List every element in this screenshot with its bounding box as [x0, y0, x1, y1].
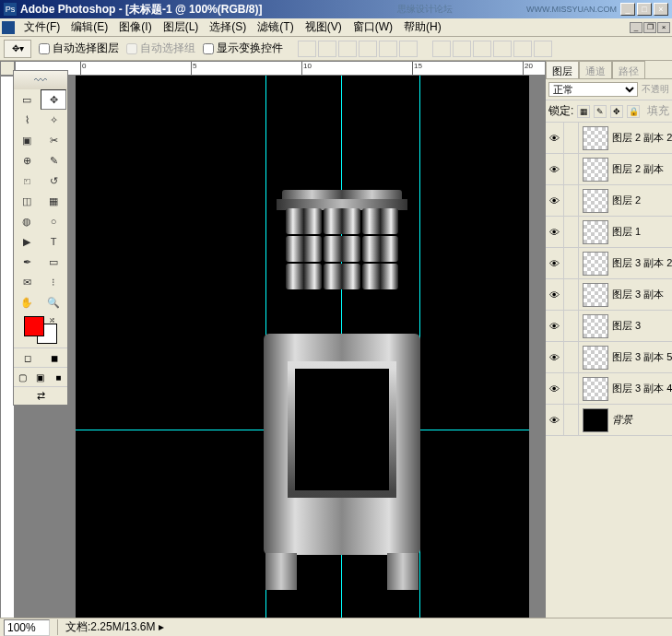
menu-select[interactable]: 选择(S) — [204, 18, 252, 37]
layer-row[interactable]: 👁图层 3 副本 4 — [546, 373, 672, 405]
layer-link-cell[interactable] — [564, 373, 579, 405]
eyedropper-tool[interactable]: ⁝ — [41, 272, 66, 292]
lock-transparency-icon[interactable]: ▦ — [577, 105, 590, 118]
menu-help[interactable]: 帮助(H) — [398, 18, 447, 37]
layer-thumbnail[interactable] — [583, 158, 608, 182]
visibility-eye-icon[interactable]: 👁 — [546, 342, 564, 373]
menu-edit[interactable]: 编辑(E) — [65, 18, 113, 37]
visibility-eye-icon[interactable]: 👁 — [546, 311, 564, 342]
dodge-tool[interactable]: ○ — [41, 211, 66, 231]
pen-tool[interactable]: ✒ — [14, 252, 40, 272]
wand-tool[interactable]: ✧ — [41, 110, 66, 130]
layer-link-cell[interactable] — [564, 185, 579, 217]
menu-filter[interactable]: 滤镜(T) — [252, 18, 299, 37]
path-select-tool[interactable]: ▶ — [14, 231, 40, 252]
tab-channels[interactable]: 通道 — [579, 61, 612, 78]
align-vcenter-button[interactable] — [318, 41, 336, 57]
visibility-eye-icon[interactable]: 👁 — [546, 279, 564, 311]
layer-name-label[interactable]: 图层 2 副本 — [612, 162, 672, 176]
layer-name-label[interactable]: 图层 2 — [612, 194, 672, 207]
layer-link-cell[interactable] — [564, 154, 579, 185]
layer-link-cell[interactable] — [564, 342, 579, 373]
lasso-tool[interactable]: ⌇ — [14, 110, 40, 130]
foreground-color[interactable] — [24, 316, 44, 336]
layer-name-label[interactable]: 图层 3 副本 5 — [612, 350, 672, 364]
menu-file[interactable]: 文件(F) — [18, 18, 65, 37]
layer-link-cell[interactable] — [564, 248, 579, 279]
marquee-tool[interactable]: ▭ — [14, 89, 40, 110]
layer-name-label[interactable]: 图层 3 副本 4 — [612, 382, 672, 395]
minimize-button[interactable]: _ — [620, 3, 635, 16]
layer-row[interactable]: 👁图层 3 — [546, 311, 672, 342]
layer-link-cell[interactable] — [564, 279, 579, 311]
jump-to-imageready[interactable]: ⇄ — [14, 386, 67, 405]
align-hcenter-button[interactable] — [379, 41, 397, 57]
layer-link-cell[interactable] — [564, 311, 579, 342]
visibility-eye-icon[interactable]: 👁 — [546, 123, 564, 154]
auto-select-group-checkbox[interactable]: 自动选择组 — [126, 41, 195, 56]
layer-thumbnail[interactable] — [583, 189, 608, 213]
quickmask-mode-button[interactable]: ◼ — [41, 348, 67, 367]
lock-pixels-icon[interactable]: ✎ — [594, 105, 607, 118]
layer-name-label[interactable]: 图层 1 — [612, 225, 672, 239]
layer-thumbnail[interactable] — [583, 346, 608, 370]
dist-left-button[interactable] — [493, 41, 512, 57]
align-bottom-button[interactable] — [338, 41, 357, 57]
auto-select-layer-checkbox[interactable]: 自动选择图层 — [39, 41, 119, 56]
menu-image[interactable]: 图像(I) — [113, 18, 157, 37]
dist-top-button[interactable] — [432, 41, 451, 57]
dist-right-button[interactable] — [534, 41, 552, 57]
healing-tool[interactable]: ⊕ — [14, 150, 40, 171]
visibility-eye-icon[interactable]: 👁 — [546, 248, 564, 279]
screen-full-menubar-button[interactable]: ▣ — [31, 368, 49, 386]
slice-tool[interactable]: ✂ — [41, 130, 66, 150]
align-left-button[interactable] — [359, 41, 377, 57]
toolbox-header[interactable]: 〰 — [14, 71, 67, 89]
stamp-tool[interactable]: ⏍ — [14, 171, 40, 191]
maximize-button[interactable]: □ — [637, 3, 652, 16]
layer-row[interactable]: 👁图层 3 副本 — [546, 279, 672, 311]
screen-full-button[interactable]: ■ — [50, 368, 67, 386]
visibility-eye-icon[interactable]: 👁 — [546, 154, 564, 185]
type-tool[interactable]: T — [41, 231, 66, 252]
doc-close-button[interactable]: × — [657, 22, 670, 33]
close-button[interactable]: × — [654, 3, 668, 16]
blur-tool[interactable]: ◍ — [14, 211, 40, 231]
shape-tool[interactable]: ▭ — [41, 252, 66, 272]
layer-thumbnail[interactable] — [583, 220, 608, 244]
layer-thumbnail[interactable] — [583, 408, 608, 432]
dist-bottom-button[interactable] — [473, 41, 491, 57]
visibility-eye-icon[interactable]: 👁 — [546, 185, 564, 217]
standard-mode-button[interactable]: ◻ — [14, 348, 41, 367]
layer-row[interactable]: 👁图层 2 副本 2 — [546, 123, 672, 154]
gradient-tool[interactable]: ▦ — [41, 191, 66, 211]
swap-colors-icon[interactable]: ⤭ — [49, 316, 55, 324]
layer-row[interactable]: 👁背景 — [546, 405, 672, 436]
layer-thumbnail[interactable] — [583, 252, 608, 276]
menu-view[interactable]: 视图(V) — [300, 18, 348, 37]
show-transform-checkbox[interactable]: 显示变换控件 — [203, 41, 283, 56]
brush-tool[interactable]: ✎ — [41, 150, 66, 171]
doc-size-info[interactable]: 文档:2.25M/13.6M ▸ — [57, 619, 164, 635]
layer-row[interactable]: 👁图层 3 副本 5 — [546, 342, 672, 373]
menu-window[interactable]: 窗口(W) — [348, 18, 398, 37]
tab-layers[interactable]: 图层 — [546, 61, 579, 78]
move-tool[interactable]: ✥ — [41, 89, 66, 110]
zoom-input[interactable]: 100% — [4, 619, 50, 636]
lock-position-icon[interactable]: ✥ — [610, 105, 623, 118]
hand-tool[interactable]: ✋ — [14, 292, 40, 312]
layer-list[interactable]: 👁图层 2 副本 2👁图层 2 副本👁图层 2👁图层 1👁图层 3 副本 2👁图… — [546, 123, 672, 436]
align-right-button[interactable] — [399, 41, 418, 57]
layer-link-cell[interactable] — [564, 405, 579, 436]
history-brush-tool[interactable]: ↺ — [41, 171, 66, 191]
tool-preset-picker[interactable]: ✥▾ — [4, 40, 31, 58]
blend-mode-select[interactable]: 正常 — [548, 82, 638, 97]
layer-name-label[interactable]: 图层 3 — [612, 319, 672, 333]
doc-minimize-button[interactable]: _ — [630, 22, 643, 33]
dist-vcenter-button[interactable] — [453, 41, 471, 57]
crop-tool[interactable]: ▣ — [14, 130, 40, 150]
layer-name-label[interactable]: 图层 2 副本 2 — [612, 131, 672, 145]
layer-link-cell[interactable] — [564, 123, 579, 154]
layer-thumbnail[interactable] — [583, 377, 608, 401]
align-top-button[interactable] — [298, 41, 316, 57]
